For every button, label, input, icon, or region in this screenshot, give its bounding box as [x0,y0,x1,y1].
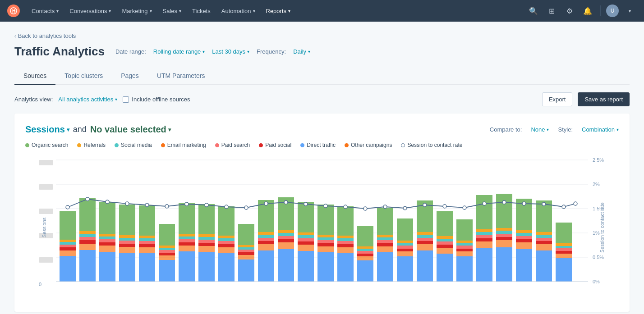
svg-rect-150 [417,241,433,244]
svg-rect-51 [139,247,155,253]
svg-rect-44 [119,247,135,253]
svg-text:0.5%: 0.5% [593,255,604,260]
tab-pages[interactable]: Pages [112,68,148,85]
nav-conversations[interactable]: Conversations ▾ [65,0,115,22]
hubspot-logo[interactable]: H [7,5,20,17]
date-period-chevron-icon: ▾ [247,49,249,54]
svg-rect-167 [456,241,473,243]
svg-rect-200 [556,248,572,251]
settings-icon[interactable]: ⚙ [562,4,577,18]
svg-rect-156 [437,248,453,254]
svg-point-209 [185,202,189,206]
svg-rect-152 [417,235,433,238]
compare-dropdown[interactable]: None ▾ [531,126,549,133]
chart-title: Sessions ▾ and No value selected ▾ [25,124,171,135]
svg-rect-175 [476,195,492,229]
svg-rect-92 [258,250,274,282]
topnav-icons: 🔍 ⊞ ⚙ 🔔 U ▾ [526,4,637,18]
user-avatar[interactable]: U [606,5,619,17]
top-navigation: H Contacts ▾ Conversations ▾ Marketing ▾… [0,0,644,22]
svg-rect-115 [317,243,334,246]
nav-reports[interactable]: Reports ▾ [262,0,295,22]
nav-tickets[interactable]: Tickets [188,0,215,22]
date-period-dropdown[interactable]: Last 30 days ▾ [212,48,249,55]
date-range-label: Date range: [115,48,146,55]
svg-rect-161 [437,211,453,236]
svg-rect-186 [516,236,532,239]
export-button[interactable]: Export [542,92,573,106]
tab-utm-parameters[interactable]: UTM Parameters [148,68,214,85]
tab-sources[interactable]: Sources [14,68,55,85]
svg-point-212 [244,206,248,209]
nav-automation[interactable]: Automation ▾ [217,0,260,22]
svg-rect-121 [337,247,354,253]
compare-chevron-icon: ▾ [547,127,549,132]
frequency-dropdown[interactable]: Daily ▾ [293,48,310,55]
marketplace-icon[interactable]: ⊞ [544,4,559,18]
svg-rect-86 [238,255,254,259]
conversations-chevron-icon: ▾ [109,9,111,14]
svg-rect-90 [238,245,254,247]
svg-point-217 [344,205,347,209]
metric2-dropdown[interactable]: No value selected ▾ [90,124,171,135]
svg-rect-131 [357,249,373,251]
save-as-report-button[interactable]: Save as report [578,92,630,106]
svg-rect-195 [536,232,552,235]
svg-rect-22 [60,256,76,282]
marketing-chevron-icon: ▾ [150,9,152,14]
svg-rect-143 [397,249,413,251]
notifications-icon[interactable]: 🔔 [580,4,595,18]
page-title: Traffic Analytics [14,45,105,59]
svg-rect-199 [556,251,572,254]
chart-legend: Organic search Referrals Social media Em… [25,142,619,148]
svg-rect-24 [60,247,76,250]
offline-sources-checkbox[interactable] [123,96,129,103]
svg-rect-109 [298,238,314,241]
svg-rect-100 [278,242,294,249]
svg-rect-120 [337,253,354,282]
svg-rect-177 [496,240,512,247]
nav-contacts[interactable]: Contacts ▾ [27,0,63,22]
svg-rect-91 [238,224,254,245]
organic-search-dot [25,143,29,147]
svg-rect-180 [496,231,512,234]
svg-rect-85 [238,259,254,282]
svg-rect-139 [377,235,393,237]
back-chevron-icon: ‹ [14,33,16,39]
nav-marketing[interactable]: Marketing ▾ [117,0,156,22]
svg-rect-110 [298,235,314,238]
back-link[interactable]: ‹ Back to analytics tools [14,32,630,39]
svg-rect-28 [60,211,76,240]
svg-rect-62 [159,246,175,248]
nav-sales[interactable]: Sales ▾ [158,0,186,22]
svg-rect-141 [397,256,413,282]
svg-point-224 [483,202,486,205]
svg-text:Sessions: Sessions [41,217,47,237]
svg-rect-122 [337,244,354,247]
svg-rect-123 [337,241,354,244]
offline-sources-checkbox-wrapper[interactable]: Include offline sources [123,96,190,103]
svg-rect-130 [357,251,373,254]
metric1-chevron-icon: ▾ [67,127,69,133]
svg-rect-58 [159,255,175,260]
svg-rect-127 [357,260,373,282]
metric1-dropdown[interactable]: Sessions ▾ [25,124,69,135]
date-range-dropdown[interactable]: Rolling date range ▾ [153,48,205,55]
search-icon[interactable]: 🔍 [526,4,541,18]
svg-point-206 [125,202,129,205]
tab-topic-clusters[interactable]: Topic clusters [55,68,112,85]
svg-rect-56 [139,205,155,236]
analytics-view-label: Analytics view: [14,96,53,103]
svg-text:0: 0 [39,282,41,287]
svg-point-210 [205,203,208,207]
style-dropdown[interactable]: Combination ▾ [582,126,619,133]
account-chevron-icon[interactable]: ▾ [622,4,637,18]
svg-rect-165 [456,246,473,249]
rate-point [66,205,69,209]
analytics-view-dropdown[interactable]: All analytics activities ▾ [58,96,117,103]
svg-rect-26 [60,242,76,245]
svg-rect-197 [556,258,572,282]
svg-rect-76 [198,234,215,237]
svg-rect-171 [476,238,492,241]
svg-rect-45 [119,244,135,247]
